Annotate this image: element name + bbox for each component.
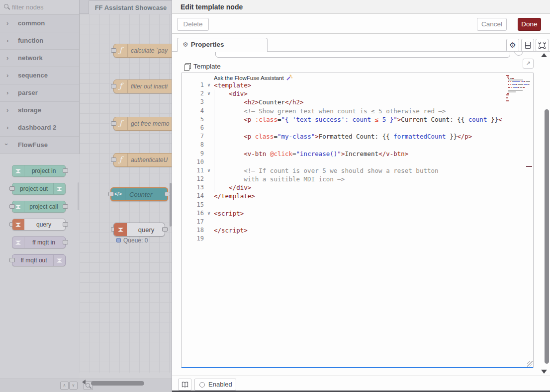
done-button[interactable]: Done xyxy=(518,18,541,31)
node-appearance-button[interactable] xyxy=(536,39,549,52)
code-line: 9<v-btn @click="increase()">Increment</v… xyxy=(182,150,526,158)
code-line: 8 xyxy=(182,141,526,149)
fold-gutter xyxy=(204,115,214,124)
output-port xyxy=(63,240,68,244)
fold-toggle-icon[interactable]: ∨ xyxy=(204,89,214,98)
chevron-right-icon: › xyxy=(6,106,8,114)
code-line: 19 xyxy=(182,235,526,243)
palette-expand-all-button[interactable]: ∨ xyxy=(69,382,78,390)
node-calculate-payment[interactable]: ƒ calculate `pay xyxy=(113,44,172,58)
code-line: 13</div> xyxy=(182,183,526,192)
palette-category-function[interactable]: › function xyxy=(0,32,79,50)
code-line: 3<h2>Counter</h2> xyxy=(182,98,526,106)
node-authenticate-user[interactable]: ƒ authenticateU xyxy=(113,153,172,167)
chevron-right-icon: › xyxy=(6,19,8,27)
fold-gutter xyxy=(204,150,214,158)
tab-properties[interactable]: ⚙Properties xyxy=(177,38,268,52)
code-line: 11∨<!— If count is over 5 we should show… xyxy=(182,166,526,175)
fold-gutter xyxy=(204,132,214,141)
flow-tabbar: FF Assistant Showcase xyxy=(80,0,172,14)
palette-scrollbar[interactable] xyxy=(78,182,79,210)
node-counter-selected[interactable]: </> Counter xyxy=(110,187,168,201)
input-port xyxy=(9,258,15,262)
function-icon: ƒ xyxy=(114,80,128,93)
palette-category-storage[interactable]: › storage xyxy=(0,102,79,119)
palette-category-sequence[interactable]: › sequence xyxy=(0,67,79,84)
template-icon: </> xyxy=(111,188,125,200)
enabled-toggle[interactable]: Enabled xyxy=(194,379,236,391)
status-circle-icon xyxy=(199,382,205,388)
flowfuse-icon xyxy=(12,201,24,212)
fold-gutter xyxy=(204,226,214,235)
node-get-free-memory[interactable]: ƒ get free memo xyxy=(113,117,172,131)
minimap[interactable] xyxy=(506,75,530,105)
flowfuse-icon xyxy=(12,165,24,176)
overview-ruler-mark xyxy=(526,166,532,167)
palette-category-dashboard-2[interactable]: › dashboard 2 xyxy=(0,119,79,137)
gear-icon: ⚙ xyxy=(183,41,188,48)
node-description-button[interactable] xyxy=(521,39,534,52)
node-query[interactable]: query xyxy=(113,223,165,236)
fold-gutter xyxy=(204,107,214,115)
code-lines[interactable]: 1∨<template>2∨<div>3<h2>Counter</h2>4<!—… xyxy=(182,81,526,243)
output-port xyxy=(162,227,168,232)
dialog-tabrow: ⚙Properties ⚙ xyxy=(172,34,550,52)
palette-category-common[interactable]: › common xyxy=(0,15,79,32)
palette-node-project-out[interactable]: project out xyxy=(12,183,66,195)
chevron-down-icon: › xyxy=(3,143,10,145)
palette-node-ff-mqtt-in[interactable]: ff mqtt in xyxy=(12,236,66,248)
fold-gutter xyxy=(204,158,214,166)
fold-toggle-icon[interactable]: ∨ xyxy=(204,209,214,218)
palette-node-ff-mqtt-out[interactable]: ff mqtt out xyxy=(12,254,66,266)
fold-toggle-icon[interactable]: ∨ xyxy=(204,166,214,175)
palette-search[interactable]: filter nodes xyxy=(0,0,79,15)
palette-collapse-all-button[interactable]: ∧ xyxy=(60,382,69,390)
palette-category-network[interactable]: › network xyxy=(0,50,79,67)
flow-tab[interactable]: FF Assistant Showcase xyxy=(89,0,172,14)
fold-gutter xyxy=(204,141,214,149)
flowfuse-icon xyxy=(12,237,24,248)
flowfuse-icon xyxy=(12,219,24,230)
code-line: 5<p :class="{ 'text-success': count ≤ 5 … xyxy=(182,115,526,124)
assistant-hint-label: Ask the FlowFuse Assistant xyxy=(214,75,284,81)
dialog-footer: Enabled xyxy=(172,376,550,392)
code-editor[interactable]: Ask the FlowFuse Assistant 1∨<template>2… xyxy=(181,73,534,368)
chevron-right-icon: › xyxy=(6,89,8,96)
flowfuse-icon xyxy=(114,223,127,236)
expand-editor-button[interactable]: ↗ xyxy=(523,59,534,69)
function-icon: ƒ xyxy=(114,44,128,57)
fold-gutter xyxy=(204,192,214,200)
code-line: 10 xyxy=(182,158,526,166)
cancel-button[interactable]: Cancel xyxy=(477,18,507,31)
chevron-right-icon: › xyxy=(6,54,8,62)
dialog-scrollbar[interactable] xyxy=(545,109,549,364)
delete-button[interactable]: Delete xyxy=(177,18,209,31)
node-palette: filter nodes › common › function › netwo… xyxy=(0,0,80,392)
fold-gutter xyxy=(204,183,214,192)
palette-node-project-call[interactable]: project call xyxy=(12,201,66,213)
scrolled-round-button[interactable] xyxy=(514,52,523,56)
palette-node-query[interactable]: query xyxy=(12,219,66,231)
palette-node-project-in[interactable]: project in xyxy=(12,165,66,177)
canvas-hscroll-left-arrow[interactable] xyxy=(82,380,86,385)
dialog-scroll-up-arrow[interactable] xyxy=(541,53,547,57)
flowfuse-icon xyxy=(53,183,65,194)
palette-search-placeholder: filter nodes xyxy=(12,3,44,11)
palette-category-flowfuse[interactable]: › FlowFuse xyxy=(0,137,79,154)
node-filter-out-inactive[interactable]: ƒ filter out inacti xyxy=(113,79,172,93)
editor-resize-handle[interactable] xyxy=(527,361,533,367)
assistant-hint[interactable]: Ask the FlowFuse Assistant xyxy=(214,75,292,81)
canvas-horizontal-scrollbar[interactable] xyxy=(91,381,144,386)
fold-gutter xyxy=(204,218,214,226)
scrolled-input-field[interactable] xyxy=(215,52,510,58)
gear-icon: ⚙ xyxy=(509,41,516,50)
palette-category-parser[interactable]: › parser xyxy=(0,84,79,102)
flow-canvas[interactable]: FF Assistant Showcase ƒ calculate `pay ƒ… xyxy=(80,0,172,392)
fold-toggle-icon[interactable]: ∨ xyxy=(204,81,214,89)
docs-button[interactable] xyxy=(178,379,191,391)
dialog-scroll-down-arrow[interactable] xyxy=(541,370,547,374)
output-port xyxy=(63,168,68,173)
fold-gutter xyxy=(204,175,214,183)
node-settings-button[interactable]: ⚙ xyxy=(506,39,519,52)
fold-gutter xyxy=(204,98,214,106)
